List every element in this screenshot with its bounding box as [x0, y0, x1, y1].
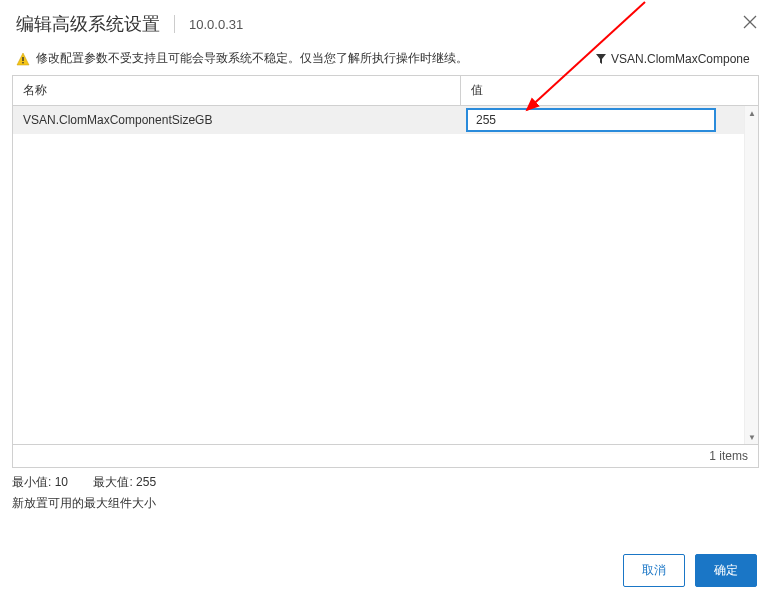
warning-row: 修改配置参数不受支持且可能会导致系统不稳定。仅当您了解所执行操作时继续。 VSA… [0, 44, 771, 75]
setting-value-cell [461, 106, 758, 134]
confirm-button[interactable]: 确定 [695, 554, 757, 587]
max-label: 最大值: 255 [93, 474, 156, 491]
setting-value-input[interactable] [467, 109, 715, 131]
svg-marker-5 [596, 54, 606, 64]
table-footer: 1 items [13, 444, 758, 467]
settings-table: 名称 值 VSAN.ClomMaxComponentSizeGB ▲ ▼ 1 i… [12, 75, 759, 468]
filter-text: VSAN.ClomMaxCompone [611, 52, 750, 66]
dialog-title: 编辑高级系统设置 [16, 12, 160, 36]
scroll-up-icon[interactable]: ▲ [745, 106, 758, 120]
setting-description: 新放置可用的最大组件大小 [0, 493, 771, 514]
cancel-button[interactable]: 取消 [623, 554, 685, 587]
column-header-name[interactable]: 名称 [13, 76, 461, 105]
table-row[interactable]: VSAN.ClomMaxComponentSizeGB [13, 106, 758, 134]
host-ip: 10.0.0.31 [189, 17, 243, 32]
setting-name: VSAN.ClomMaxComponentSizeGB [13, 108, 461, 132]
filter-icon [595, 53, 607, 65]
close-icon[interactable] [743, 14, 757, 32]
header-divider [174, 15, 175, 33]
table-header: 名称 值 [13, 76, 758, 106]
filter-box[interactable]: VSAN.ClomMaxCompone [595, 52, 755, 66]
svg-rect-4 [22, 62, 23, 63]
scroll-down-icon[interactable]: ▼ [745, 430, 758, 444]
value-range: 最小值: 10 最大值: 255 [0, 468, 771, 493]
dialog-header: 编辑高级系统设置 10.0.0.31 [0, 0, 771, 44]
dialog-buttons: 取消 确定 [623, 554, 757, 587]
scrollbar[interactable]: ▲ ▼ [744, 106, 758, 444]
warning-icon [16, 52, 30, 66]
table-body: VSAN.ClomMaxComponentSizeGB ▲ ▼ [13, 106, 758, 444]
items-count: 1 items [709, 449, 748, 463]
min-label: 最小值: 10 [12, 474, 68, 491]
column-header-value[interactable]: 值 [461, 76, 758, 105]
svg-rect-3 [22, 57, 23, 61]
warning-text: 修改配置参数不受支持且可能会导致系统不稳定。仅当您了解所执行操作时继续。 [36, 50, 595, 67]
